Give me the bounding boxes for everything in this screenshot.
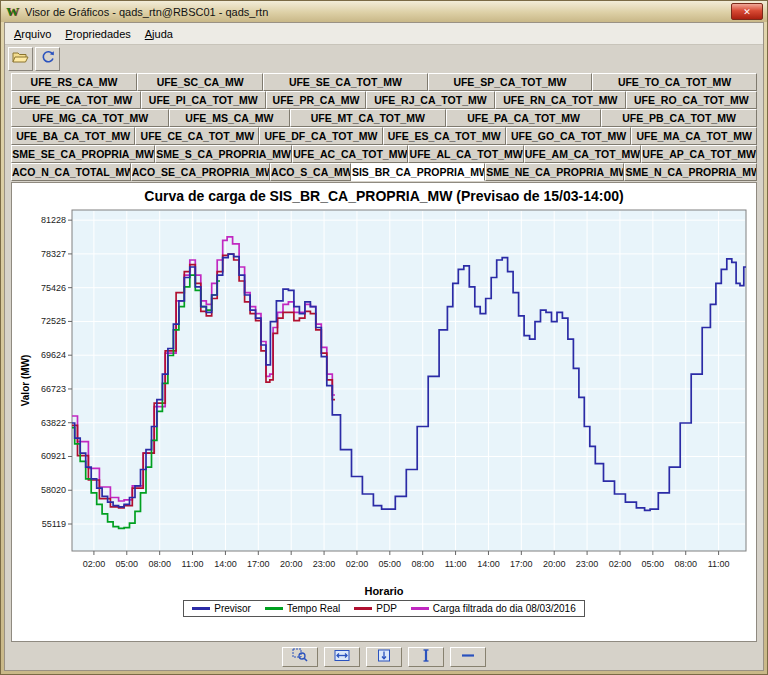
tab-ufe-pi-ca-tot-mw[interactable]: UFE_PI_CA_TOT_MW <box>141 91 267 109</box>
legend-swatch <box>411 607 429 610</box>
tab-sme-se-ca-propria-mw[interactable]: SME_SE_CA_PROPRIA_MW <box>11 145 155 163</box>
menu-propriedades[interactable]: Propriedades <box>58 25 137 43</box>
tab-ufe-ms-ca-mw[interactable]: UFE_MS_CA_MW <box>169 109 289 127</box>
legend-item: PDP <box>354 603 397 614</box>
y-tick-label: 66723 <box>41 384 66 394</box>
tab-ufe-es-ca-tot-mw[interactable]: UFE_ES_CA_TOT_MW <box>383 127 506 145</box>
tab-ufe-ac-ca-tot-mw[interactable]: UFE_AC_CA_TOT_MW <box>292 145 408 163</box>
x-tick-label: 11:00 <box>445 559 467 569</box>
x-tick-label: 02:00 <box>346 559 369 569</box>
horizontal-cursor-button[interactable] <box>450 647 486 667</box>
tab-aco-n-ca-total-mw[interactable]: ACO_N_CA_TOTAL_MW <box>11 163 131 181</box>
chart-canvas[interactable]: 5511958020609216382266723696247252575426… <box>16 205 752 587</box>
x-tick-label: 14:00 <box>477 559 500 569</box>
legend-item: Carga filtrada do dia 08/03/2016 <box>411 603 576 614</box>
tab-row: SME_SE_CA_PROPRIA_MWSME_S_CA_PROPRIA_MWU… <box>11 145 757 163</box>
x-tick-label: 20:00 <box>280 559 303 569</box>
x-tick-label: 20:00 <box>543 559 566 569</box>
legend-label: Carga filtrada do dia 08/03/2016 <box>433 603 576 614</box>
tab-ufe-pb-ca-tot-mw[interactable]: UFE_PB_CA_TOT_MW <box>601 109 757 127</box>
tab-row: UFE_PE_CA_TOT_MWUFE_PI_CA_TOT_MWUFE_PR_C… <box>11 91 757 109</box>
window-title: Visor de Gráficos - qads_rtn@RBSC01 - qa… <box>25 6 731 18</box>
x-tick-label: 02:00 <box>83 559 106 569</box>
tab-sme-s-ca-propria-mw[interactable]: SME_S_CA_PROPRIA_MW <box>155 145 292 163</box>
x-tick-label: 08:00 <box>148 559 171 569</box>
tab-strip: UFE_RS_CA_MWUFE_SC_CA_MWUFE_SE_CA_TOT_MW… <box>5 73 763 181</box>
close-button[interactable]: ✕ <box>731 3 763 20</box>
x-tick-label: 11:00 <box>182 559 204 569</box>
tab-ufe-sc-ca-mw[interactable]: UFE_SC_CA_MW <box>137 73 263 91</box>
close-icon: ✕ <box>743 7 751 17</box>
y-tick-label: 58020 <box>41 485 66 495</box>
y-tick-label: 81228 <box>41 215 66 225</box>
tab-row: ACO_N_CA_TOTAL_MWACO_SE_CA_PROPRIA_MWACO… <box>11 163 757 181</box>
tab-ufe-al-ca-tot-mw[interactable]: UFE_AL_CA_TOT_MW <box>408 145 523 163</box>
app-window: W Visor de Gráficos - qads_rtn@RBSC01 - … <box>0 0 768 675</box>
tab-ufe-rj-ca-tot-mw[interactable]: UFE_RJ_CA_TOT_MW <box>366 91 495 109</box>
tab-ufe-mt-ca-tot-mw[interactable]: UFE_MT_CA_TOT_MW <box>290 109 446 127</box>
legend-swatch <box>265 607 283 610</box>
tab-ufe-go-ca-tot-mw[interactable]: UFE_GO_CA_TOT_MW <box>506 127 632 145</box>
open-button[interactable] <box>8 47 33 71</box>
x-axis-label: Horario <box>364 585 403 597</box>
tab-sme-ne-ca-propria-mw[interactable]: SME_NE_CA_PROPRIA_MW <box>485 163 624 181</box>
tab-ufe-df-ca-tot-mw[interactable]: UFE_DF_CA_TOT_MW <box>259 127 382 145</box>
vertical-line-icon <box>419 648 433 666</box>
x-tick-label: 02:00 <box>609 559 632 569</box>
y-tick-label: 63822 <box>41 418 66 428</box>
chart-title: Curva de carga de SIS_BR_CA_PROPRIA_MW (… <box>144 188 623 204</box>
tab-ufe-pa-ca-tot-mw[interactable]: UFE_PA_CA_TOT_MW <box>446 109 601 127</box>
x-tick-label: 05:00 <box>116 559 139 569</box>
tab-ufe-pr-ca-mw[interactable]: UFE_PR_CA_MW <box>266 91 366 109</box>
refresh-button[interactable] <box>35 47 60 71</box>
tab-sis-br-ca-propria-mw[interactable]: SIS_BR_CA_PROPRIA_MW <box>351 163 485 181</box>
tab-ufe-ap-ca-tot-mw[interactable]: UFE_AP_CA_TOT_MW <box>641 145 757 163</box>
menu-arquivo[interactable]: Arquivo <box>7 25 58 43</box>
x-tick-label: 08:00 <box>411 559 434 569</box>
legend-label: Tempo Real <box>287 603 340 614</box>
legend-swatch <box>354 607 372 610</box>
x-tick-label: 11:00 <box>708 559 730 569</box>
tab-ufe-am-ca-tot-mw[interactable]: UFE_AM_CA_TOT_MW <box>524 145 642 163</box>
tab-ufe-mg-ca-tot-mw[interactable]: UFE_MG_CA_TOT_MW <box>11 109 169 127</box>
tab-row: UFE_RS_CA_MWUFE_SC_CA_MWUFE_SE_CA_TOT_MW… <box>11 73 757 91</box>
tab-aco-s-ca-mw[interactable]: ACO_S_CA_MW <box>270 163 351 181</box>
tab-ufe-to-ca-tot-mw[interactable]: UFE_TO_CA_TOT_MW <box>592 73 757 91</box>
tab-aco-se-ca-propria-mw[interactable]: ACO_SE_CA_PROPRIA_MW <box>131 163 270 181</box>
tab-ufe-ma-ca-tot-mw[interactable]: UFE_MA_CA_TOT_MW <box>631 127 757 145</box>
tab-ufe-rn-ca-tot-mw[interactable]: UFE_RN_CA_TOT_MW <box>495 91 626 109</box>
horizontal-line-icon <box>460 648 476 666</box>
tab-ufe-rs-ca-mw[interactable]: UFE_RS_CA_MW <box>11 73 137 91</box>
refresh-icon <box>40 50 56 68</box>
tab-ufe-sp-ca-tot-mw[interactable]: UFE_SP_CA_TOT_MW <box>428 73 593 91</box>
title-bar[interactable]: W Visor de Gráficos - qads_rtn@RBSC01 - … <box>1 1 767 22</box>
toolbar <box>5 45 763 73</box>
legend-label: PDP <box>376 603 397 614</box>
tab-row: UFE_BA_CA_TOT_MWUFE_CE_CA_TOT_MWUFE_DF_C… <box>11 127 757 145</box>
vertical-cursor-button[interactable] <box>408 647 444 667</box>
tab-sme-n-ca-propria-mw[interactable]: SME_N_CA_PROPRIA_MW <box>624 163 757 181</box>
y-tick-label: 78327 <box>41 249 66 259</box>
tab-ufe-se-ca-tot-mw[interactable]: UFE_SE_CA_TOT_MW <box>263 73 428 91</box>
open-folder-icon <box>12 50 29 68</box>
y-tick-label: 72525 <box>41 316 66 326</box>
tab-ufe-ba-ca-tot-mw[interactable]: UFE_BA_CA_TOT_MW <box>11 127 135 145</box>
y-tick-label: 60921 <box>41 451 66 461</box>
tab-ufe-pe-ca-tot-mw[interactable]: UFE_PE_CA_TOT_MW <box>11 91 141 109</box>
y-tick-label: 55119 <box>42 519 66 529</box>
x-tick-label: 14:00 <box>214 559 237 569</box>
x-tick-label: 23:00 <box>576 559 599 569</box>
zoom-region-icon <box>292 648 308 666</box>
zoom-vertical-button[interactable] <box>366 647 402 667</box>
x-tick-label: 05:00 <box>379 559 402 569</box>
x-tick-label: 08:00 <box>674 559 697 569</box>
tab-ufe-ce-ca-tot-mw[interactable]: UFE_CE_CA_TOT_MW <box>135 127 259 145</box>
legend-item: Previsor <box>192 603 251 614</box>
zoom-horizontal-button[interactable] <box>324 647 360 667</box>
zoom-region-button[interactable] <box>282 647 318 667</box>
tab-ufe-ro-ca-tot-mw[interactable]: UFE_RO_CA_TOT_MW <box>626 91 757 109</box>
x-tick-label: 17:00 <box>510 559 533 569</box>
plot-area[interactable] <box>72 210 746 551</box>
menu-ajuda[interactable]: Ajuda <box>138 25 180 43</box>
window-body: Arquivo Propriedades Ajuda <box>4 22 764 671</box>
